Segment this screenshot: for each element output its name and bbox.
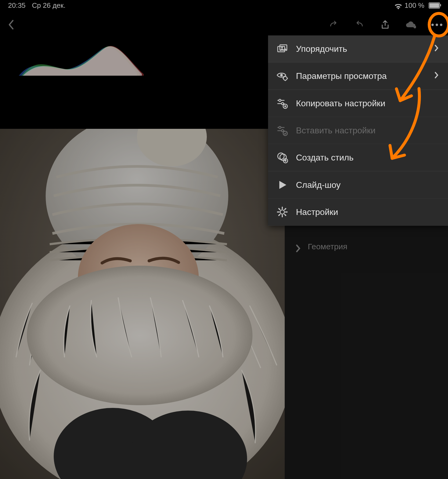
status-date: Ср 26 дек. <box>32 1 66 10</box>
redo-button[interactable] <box>328 19 339 31</box>
back-button[interactable] <box>5 19 17 31</box>
menu-item-label: Слайд-шоу <box>296 180 439 190</box>
histogram <box>11 38 153 76</box>
svg-line-51 <box>285 209 286 210</box>
menu-item-copy-settings[interactable]: Копировать настройки <box>268 90 448 117</box>
svg-point-36 <box>281 130 284 132</box>
battery-icon <box>427 2 440 9</box>
share-button[interactable] <box>379 19 391 31</box>
preset-add-icon <box>276 151 288 164</box>
chevron-right-icon <box>434 44 439 54</box>
svg-point-29 <box>281 103 284 105</box>
panel-row-geometry[interactable]: Геометрия <box>285 234 448 259</box>
menu-item-paste-settings: Вставить настройки <box>268 117 448 144</box>
sliders-copy-icon <box>276 97 288 109</box>
more-menu: Упорядочить Параметры просмотра Копирова… <box>268 35 448 226</box>
menu-item-label: Параметры просмотра <box>296 71 427 81</box>
chevron-right-icon <box>295 244 301 249</box>
panel-row-label: Геометрия <box>308 242 347 251</box>
photo-preview[interactable] <box>0 129 285 479</box>
menu-item-label: Вставить настройки <box>296 126 439 136</box>
menu-item-label: Копировать настройки <box>296 98 439 108</box>
more-button[interactable] <box>431 19 443 31</box>
menu-item-organize[interactable]: Упорядочить <box>268 35 448 63</box>
status-battery-pct: 100 % <box>404 1 424 10</box>
svg-point-27 <box>279 99 281 101</box>
undo-button[interactable] <box>353 19 365 31</box>
svg-line-48 <box>279 209 280 210</box>
svg-point-34 <box>279 126 281 129</box>
status-bar: 20:35 Ср 26 дек. 100 % <box>0 0 448 11</box>
app-toolbar <box>0 14 448 35</box>
organize-icon <box>276 43 288 55</box>
svg-point-21 <box>283 76 287 80</box>
chevron-right-icon <box>434 71 439 81</box>
menu-item-create-preset[interactable]: Создать стиль <box>268 144 448 171</box>
menu-item-label: Создать стиль <box>296 153 439 163</box>
svg-point-20 <box>280 74 283 76</box>
wifi-icon <box>395 3 402 8</box>
menu-item-label: Настройки <box>296 207 439 217</box>
more-icon <box>431 24 442 26</box>
svg-point-39 <box>280 154 286 160</box>
svg-point-19 <box>281 47 283 48</box>
cloud-sync-icon[interactable] <box>405 19 417 31</box>
menu-item-label: Упорядочить <box>296 44 427 54</box>
eye-gear-icon <box>276 70 288 82</box>
play-icon <box>276 179 288 191</box>
status-time: 20:35 <box>8 1 26 10</box>
gear-icon <box>276 206 288 218</box>
sliders-paste-icon <box>276 124 288 137</box>
svg-line-50 <box>279 214 280 215</box>
menu-item-slideshow[interactable]: Слайд-шоу <box>268 171 448 199</box>
menu-item-view-options[interactable]: Параметры просмотра <box>268 63 448 90</box>
svg-point-43 <box>280 210 284 214</box>
svg-line-49 <box>285 214 286 215</box>
menu-item-settings[interactable]: Настройки <box>268 199 448 226</box>
